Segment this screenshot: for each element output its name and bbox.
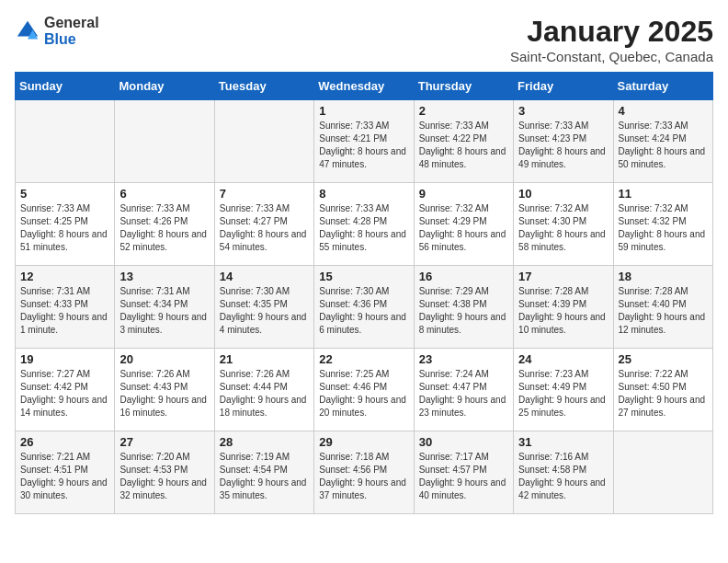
weekday-header-wednesday: Wednesday <box>314 73 414 100</box>
title-area: January 2025 Saint-Constant, Quebec, Can… <box>510 15 713 64</box>
weekday-row: SundayMondayTuesdayWednesdayThursdayFrid… <box>16 73 713 100</box>
day-number: 26 <box>20 435 109 449</box>
calendar-cell: 23Sunrise: 7:24 AM Sunset: 4:47 PM Dayli… <box>414 349 513 431</box>
day-number: 13 <box>119 270 209 283</box>
day-number: 16 <box>419 270 508 283</box>
day-info: Sunrise: 7:30 AM Sunset: 4:35 PM Dayligh… <box>220 285 309 337</box>
day-info: Sunrise: 7:26 AM Sunset: 4:44 PM Dayligh… <box>220 368 309 419</box>
day-info: Sunrise: 7:21 AM Sunset: 4:51 PM Dayligh… <box>20 451 109 502</box>
day-info: Sunrise: 7:19 AM Sunset: 4:54 PM Dayligh… <box>220 451 309 502</box>
weekday-header-friday: Friday <box>514 73 613 100</box>
weekday-header-tuesday: Tuesday <box>214 73 313 100</box>
calendar-cell: 22Sunrise: 7:25 AM Sunset: 4:46 PM Dayli… <box>314 349 414 431</box>
calendar-cell: 8Sunrise: 7:33 AM Sunset: 4:28 PM Daylig… <box>314 183 414 266</box>
day-number: 5 <box>20 187 109 201</box>
day-info: Sunrise: 7:28 AM Sunset: 4:39 PM Dayligh… <box>518 285 608 337</box>
calendar-cell: 7Sunrise: 7:33 AM Sunset: 4:27 PM Daylig… <box>214 183 313 266</box>
logo: General Blue <box>15 15 99 47</box>
day-number: 24 <box>518 352 608 366</box>
calendar-title: January 2025 <box>510 15 713 49</box>
calendar-cell: 29Sunrise: 7:18 AM Sunset: 4:56 PM Dayli… <box>314 431 414 514</box>
day-number: 14 <box>220 270 309 283</box>
calendar-cell: 10Sunrise: 7:32 AM Sunset: 4:30 PM Dayli… <box>514 183 613 266</box>
day-info: Sunrise: 7:24 AM Sunset: 4:47 PM Dayligh… <box>419 368 508 419</box>
calendar-cell: 28Sunrise: 7:19 AM Sunset: 4:54 PM Dayli… <box>214 431 313 514</box>
day-number: 29 <box>319 435 408 449</box>
calendar-cell: 18Sunrise: 7:28 AM Sunset: 4:40 PM Dayli… <box>613 266 712 349</box>
day-number: 22 <box>319 352 408 366</box>
day-info: Sunrise: 7:28 AM Sunset: 4:40 PM Dayligh… <box>619 285 708 337</box>
calendar-week-4: 19Sunrise: 7:27 AM Sunset: 4:42 PM Dayli… <box>16 349 713 431</box>
day-info: Sunrise: 7:33 AM Sunset: 4:25 PM Dayligh… <box>20 202 109 254</box>
calendar-week-3: 12Sunrise: 7:31 AM Sunset: 4:33 PM Dayli… <box>16 266 713 349</box>
day-info: Sunrise: 7:33 AM Sunset: 4:22 PM Dayligh… <box>419 120 508 171</box>
weekday-header-saturday: Saturday <box>613 73 712 100</box>
calendar-cell: 26Sunrise: 7:21 AM Sunset: 4:51 PM Dayli… <box>16 431 115 514</box>
calendar-cell: 14Sunrise: 7:30 AM Sunset: 4:35 PM Dayli… <box>214 266 313 349</box>
day-number: 9 <box>419 187 508 201</box>
day-info: Sunrise: 7:26 AM Sunset: 4:43 PM Dayligh… <box>119 368 209 419</box>
calendar-subtitle: Saint-Constant, Quebec, Canada <box>510 49 713 64</box>
day-number: 12 <box>20 270 109 283</box>
day-number: 19 <box>20 352 109 366</box>
day-number: 21 <box>220 352 309 366</box>
day-info: Sunrise: 7:16 AM Sunset: 4:58 PM Dayligh… <box>518 451 608 502</box>
day-number: 15 <box>319 270 408 283</box>
day-number: 8 <box>319 187 408 201</box>
day-number: 25 <box>619 352 708 366</box>
day-info: Sunrise: 7:33 AM Sunset: 4:28 PM Dayligh… <box>319 202 408 254</box>
calendar-body: 1Sunrise: 7:33 AM Sunset: 4:21 PM Daylig… <box>16 100 713 514</box>
day-number: 20 <box>119 352 209 366</box>
day-info: Sunrise: 7:22 AM Sunset: 4:50 PM Dayligh… <box>619 368 708 419</box>
day-number: 6 <box>119 187 209 201</box>
calendar-cell: 12Sunrise: 7:31 AM Sunset: 4:33 PM Dayli… <box>16 266 115 349</box>
day-number: 17 <box>518 270 608 283</box>
calendar-cell <box>214 100 313 183</box>
calendar-cell: 15Sunrise: 7:30 AM Sunset: 4:36 PM Dayli… <box>314 266 414 349</box>
calendar-cell <box>115 100 214 183</box>
logo-blue: Blue <box>44 31 99 48</box>
day-info: Sunrise: 7:32 AM Sunset: 4:30 PM Dayligh… <box>518 202 608 254</box>
day-number: 2 <box>419 104 508 118</box>
calendar-cell: 9Sunrise: 7:32 AM Sunset: 4:29 PM Daylig… <box>414 183 513 266</box>
day-info: Sunrise: 7:29 AM Sunset: 4:38 PM Dayligh… <box>419 285 508 337</box>
weekday-header-thursday: Thursday <box>414 73 513 100</box>
day-number: 23 <box>419 352 508 366</box>
calendar-cell: 30Sunrise: 7:17 AM Sunset: 4:57 PM Dayli… <box>414 431 513 514</box>
logo-icon <box>15 18 40 44</box>
day-info: Sunrise: 7:32 AM Sunset: 4:29 PM Dayligh… <box>419 202 508 254</box>
day-number: 1 <box>319 104 408 118</box>
calendar-cell: 24Sunrise: 7:23 AM Sunset: 4:49 PM Dayli… <box>514 349 613 431</box>
calendar-week-2: 5Sunrise: 7:33 AM Sunset: 4:25 PM Daylig… <box>16 183 713 266</box>
day-number: 3 <box>518 104 608 118</box>
logo-general: General <box>44 15 99 31</box>
day-info: Sunrise: 7:20 AM Sunset: 4:53 PM Dayligh… <box>119 451 209 502</box>
day-info: Sunrise: 7:33 AM Sunset: 4:23 PM Dayligh… <box>518 120 608 171</box>
day-info: Sunrise: 7:27 AM Sunset: 4:42 PM Dayligh… <box>20 368 109 419</box>
calendar-cell: 16Sunrise: 7:29 AM Sunset: 4:38 PM Dayli… <box>414 266 513 349</box>
page-header: General Blue January 2025 Saint-Constant… <box>15 15 713 64</box>
day-info: Sunrise: 7:33 AM Sunset: 4:21 PM Dayligh… <box>319 120 408 171</box>
day-number: 4 <box>619 104 708 118</box>
calendar-cell: 6Sunrise: 7:33 AM Sunset: 4:26 PM Daylig… <box>115 183 214 266</box>
day-info: Sunrise: 7:33 AM Sunset: 4:26 PM Dayligh… <box>119 202 209 254</box>
calendar-cell: 27Sunrise: 7:20 AM Sunset: 4:53 PM Dayli… <box>115 431 214 514</box>
weekday-header-sunday: Sunday <box>16 73 115 100</box>
calendar-cell: 3Sunrise: 7:33 AM Sunset: 4:23 PM Daylig… <box>514 100 613 183</box>
calendar-week-5: 26Sunrise: 7:21 AM Sunset: 4:51 PM Dayli… <box>16 431 713 514</box>
calendar-cell <box>613 431 712 514</box>
day-info: Sunrise: 7:33 AM Sunset: 4:24 PM Dayligh… <box>619 120 708 171</box>
day-info: Sunrise: 7:23 AM Sunset: 4:49 PM Dayligh… <box>518 368 608 419</box>
calendar-cell: 17Sunrise: 7:28 AM Sunset: 4:39 PM Dayli… <box>514 266 613 349</box>
calendar-cell: 21Sunrise: 7:26 AM Sunset: 4:44 PM Dayli… <box>214 349 313 431</box>
day-number: 18 <box>619 270 708 283</box>
day-info: Sunrise: 7:17 AM Sunset: 4:57 PM Dayligh… <box>419 451 508 502</box>
day-number: 31 <box>518 435 608 449</box>
weekday-header-monday: Monday <box>115 73 214 100</box>
day-info: Sunrise: 7:32 AM Sunset: 4:32 PM Dayligh… <box>619 202 708 254</box>
day-number: 28 <box>220 435 309 449</box>
calendar-cell: 31Sunrise: 7:16 AM Sunset: 4:58 PM Dayli… <box>514 431 613 514</box>
calendar-week-1: 1Sunrise: 7:33 AM Sunset: 4:21 PM Daylig… <box>16 100 713 183</box>
calendar-cell: 19Sunrise: 7:27 AM Sunset: 4:42 PM Dayli… <box>16 349 115 431</box>
calendar-cell: 20Sunrise: 7:26 AM Sunset: 4:43 PM Dayli… <box>115 349 214 431</box>
